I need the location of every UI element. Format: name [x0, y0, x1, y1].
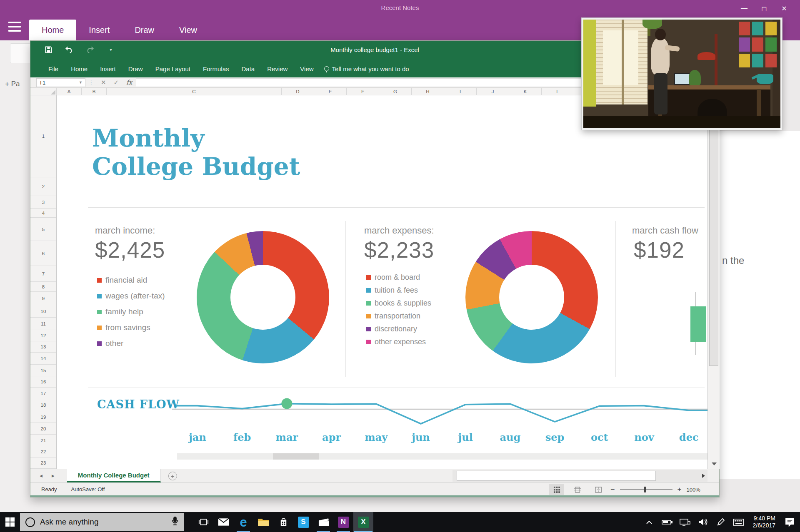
page-break-preview-icon[interactable] [591, 484, 606, 495]
status-mode: Ready [41, 486, 57, 492]
video-plant [689, 70, 701, 85]
next-sheet-icon[interactable]: ▶ [52, 474, 55, 478]
onenote-tab-view[interactable]: View [167, 20, 210, 40]
sheet-tab-monthly-college-budget[interactable]: Monthly College Budget [67, 469, 161, 482]
legend-swatch [366, 288, 371, 293]
vertical-scrollbar[interactable] [708, 88, 720, 469]
onenote-tab-row: HomeInsertDrawView [29, 20, 210, 40]
vertical-scrollbar-thumb[interactable] [709, 99, 718, 366]
chart-scrollbar-thumb[interactable] [273, 453, 319, 460]
taskbar-store-button[interactable] [273, 512, 293, 532]
cashflow-value: $192 [634, 237, 685, 263]
chevron-up-icon[interactable] [642, 514, 656, 530]
legend-swatch [366, 327, 371, 331]
video-lamp [698, 52, 715, 60]
legend-item: family help [97, 304, 165, 320]
close-icon[interactable]: ✕ [774, 2, 794, 15]
taskbar-mail-button[interactable] [213, 512, 233, 532]
add-sheet-icon[interactable]: + [168, 472, 177, 480]
normal-view-icon[interactable] [549, 484, 564, 495]
zoom-slider-thumb[interactable] [644, 487, 646, 492]
clock[interactable]: 9:40 PM 2/6/2017 [750, 515, 779, 529]
maximize-icon[interactable]: ◻ [754, 2, 774, 15]
cortana-search-box[interactable] [20, 513, 184, 531]
view-shortcuts [549, 484, 606, 495]
display-icon[interactable] [678, 514, 692, 530]
month-label-apr: apr [322, 431, 341, 443]
income-legend: financial aidwages (after-tax)family hel… [97, 272, 165, 351]
horizontal-scrollbar[interactable] [452, 470, 708, 482]
video-person-body [651, 38, 669, 75]
scroll-down-icon[interactable] [712, 462, 717, 465]
volume-icon[interactable] [696, 514, 710, 530]
page-layout-view-icon[interactable] [570, 484, 585, 495]
taskbar-edge-button[interactable]: e [233, 512, 253, 532]
taskbar-onenote-button[interactable]: N [333, 512, 353, 532]
taskbar-excel-button[interactable]: X [353, 512, 373, 532]
zoom-out-icon[interactable]: − [610, 485, 615, 494]
divider [615, 221, 616, 377]
window-edge [30, 495, 719, 497]
excel-icon: X [358, 517, 369, 528]
battery-icon[interactable] [660, 514, 674, 530]
status-autosave[interactable]: AutoSave: Off [71, 486, 105, 492]
month-label-may: may [365, 431, 388, 443]
zoom-slider[interactable] [620, 489, 672, 490]
horizontal-scrollbar-thumb[interactable] [457, 471, 656, 481]
microphone-icon[interactable] [172, 517, 178, 527]
onenote-tab-home[interactable]: Home [29, 20, 76, 40]
hamburger-menu-icon[interactable] [8, 22, 21, 32]
start-button[interactable] [0, 512, 20, 532]
onenote-tab-insert[interactable]: Insert [76, 20, 122, 40]
video-floor [583, 116, 780, 128]
income-donut-chart[interactable] [197, 231, 329, 363]
video-hanging-plant [642, 20, 662, 29]
scroll-right-icon[interactable] [702, 474, 705, 478]
window-controls: — ◻ ✕ [734, 2, 794, 15]
taskbar-file-explorer-button[interactable] [253, 512, 273, 532]
legend-swatch [366, 301, 371, 306]
windows-logo-icon [5, 517, 15, 527]
action-center-icon[interactable] [782, 514, 797, 530]
month-label-dec: dec [679, 431, 699, 443]
touch-keyboard-icon[interactable] [732, 514, 746, 530]
pen-icon[interactable] [714, 514, 728, 530]
taskbar-skype-button[interactable]: S [293, 512, 313, 532]
legend-item: financial aid [97, 272, 165, 288]
selected-month-marker [281, 398, 292, 409]
onenote-add-page-fragment[interactable]: + Pa [5, 80, 20, 88]
legend-item: from savings [97, 320, 165, 336]
month-label-jan: jan [189, 431, 206, 443]
expenses-donut-chart[interactable] [465, 231, 598, 363]
legend-item: tuition & fees [366, 284, 431, 297]
expenses-legend: room & boardtuition & feesbooks & suppli… [366, 271, 431, 348]
onenote-page [720, 131, 800, 479]
legend-item: other [97, 336, 165, 351]
legend-item: wages (after-tax) [97, 288, 165, 304]
search-input[interactable] [40, 517, 172, 527]
cortana-icon [25, 517, 35, 527]
taskbar-movies-tv-button[interactable] [313, 512, 333, 532]
legend-item: room & board [366, 271, 431, 284]
video-window-frame [622, 20, 624, 104]
video-person-legs [654, 73, 668, 114]
onenote-side-button[interactable] [10, 43, 31, 63]
month-label-jun: jun [412, 431, 430, 443]
legend-swatch [97, 278, 102, 283]
month-label-oct: oct [591, 431, 608, 443]
previous-sheet-icon[interactable]: ◀ [40, 474, 42, 478]
minimize-icon[interactable]: — [734, 2, 754, 15]
expenses-value: $2,233 [364, 237, 434, 263]
status-bar: Ready AutoSave: Off − + 100% [30, 482, 719, 496]
picture-in-picture-video[interactable] [582, 18, 782, 130]
chart-scrollbar[interactable] [177, 453, 708, 460]
cashflow-label: march cash flow [632, 225, 708, 236]
video-window-light [603, 30, 638, 85]
legend-swatch [97, 294, 102, 298]
zoom-in-icon[interactable]: + [678, 485, 682, 494]
legend-swatch [97, 310, 102, 314]
onenote-tab-draw[interactable]: Draw [122, 20, 167, 40]
zoom-level[interactable]: 100% [686, 487, 700, 493]
clock-date: 2/6/2017 [753, 522, 776, 529]
taskbar-task-view-button[interactable] [193, 512, 213, 532]
